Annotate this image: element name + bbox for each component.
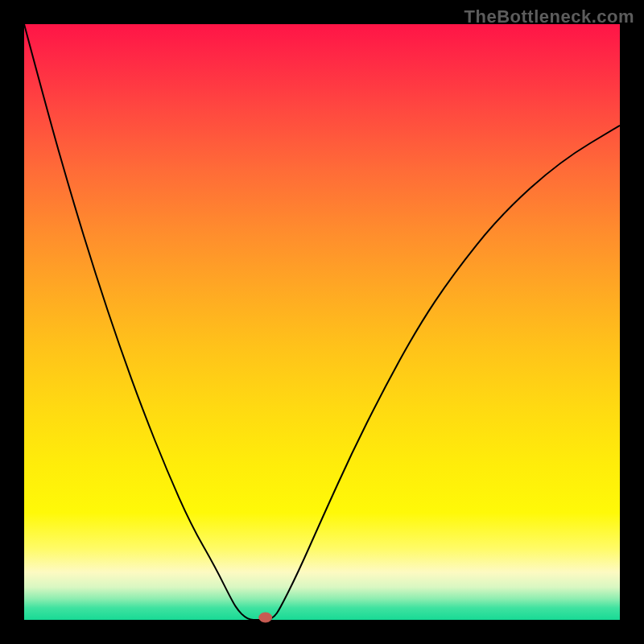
marker-dot xyxy=(259,613,272,622)
chart-frame: TheBottleneck.com xyxy=(0,0,644,644)
plot-svg xyxy=(24,24,620,620)
bottleneck-curve xyxy=(24,24,620,620)
plot-area xyxy=(24,24,620,620)
